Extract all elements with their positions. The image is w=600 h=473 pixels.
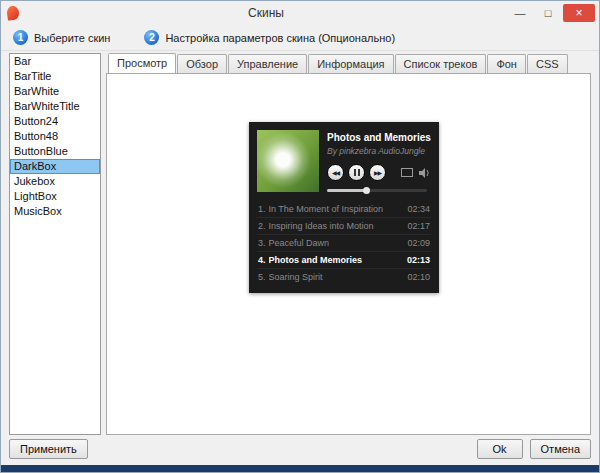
pause-icon (354, 169, 360, 176)
skins-dialog-window: Скины — □ × 1 Выберите скин 2 Настройка … (0, 0, 600, 473)
track-number: 3. (258, 238, 266, 248)
step-2-icon: 2 (144, 30, 159, 45)
track-duration: 02:13 (407, 255, 430, 265)
tab-tracklist[interactable]: Список треков (395, 54, 487, 74)
skin-item-button24[interactable]: Button24 (10, 114, 100, 129)
dialog-buttons: Ok Отмена (477, 439, 591, 459)
next-icon: ▶▶ (374, 169, 381, 176)
preview-panel: Photos and Memories By pinkzebra AudioJu… (106, 73, 591, 435)
skin-listbox: Bar BarTitle BarWhite BarWhiteTitle Butt… (9, 53, 101, 435)
tab-strip: Просмотр Обзор Управление Информация Спи… (106, 53, 591, 73)
tab-background[interactable]: Фон (487, 54, 526, 74)
volume-icon[interactable] (419, 168, 431, 178)
fullscreen-icon[interactable] (401, 168, 413, 177)
secondary-controls (401, 168, 431, 178)
steps-row: 1 Выберите скин 2 Настройка параметров с… (1, 25, 599, 51)
minimize-button[interactable]: — (507, 4, 533, 22)
player-right-column: Photos and Memories By pinkzebra AudioJu… (327, 130, 431, 192)
track-duration: 02:17 (407, 221, 430, 231)
skin-item-barwhite[interactable]: BarWhite (10, 84, 100, 99)
track-duration: 02:09 (407, 238, 430, 248)
step-2-label: Настройка параметров скина (Опционально) (165, 32, 395, 44)
window-title: Скины (25, 6, 507, 20)
skin-item-bartitle[interactable]: BarTitle (10, 69, 100, 84)
tab-information[interactable]: Информация (308, 54, 393, 74)
cancel-button[interactable]: Отмена (530, 439, 591, 459)
ok-button[interactable]: Ok (477, 439, 523, 459)
skin-item-lightbox[interactable]: LightBox (10, 189, 100, 204)
skin-item-jukebox[interactable]: Jukebox (10, 174, 100, 189)
step-configure-skin: 2 Настройка параметров скина (Опциональн… (144, 30, 395, 45)
next-button[interactable]: ▶▶ (369, 164, 386, 181)
track-duration: 02:10 (407, 272, 430, 282)
tab-area: Просмотр Обзор Управление Информация Спи… (106, 53, 591, 435)
step-1-label: Выберите скин (34, 32, 110, 44)
track-duration: 02:34 (407, 204, 430, 214)
transport-buttons: ◀◀ ▶▶ (327, 164, 386, 181)
progress-bar[interactable] (327, 189, 427, 192)
progress-handle[interactable] (363, 187, 370, 194)
track-row[interactable]: 2. Inspiring Ideas into Motion 02:17 (257, 217, 431, 234)
track-name: Photos and Memories (269, 255, 401, 265)
tab-controls[interactable]: Управление (228, 54, 307, 74)
track-row-current[interactable]: 4. Photos and Memories 02:13 (257, 251, 431, 268)
step-1-icon: 1 (13, 30, 28, 45)
player-widget-preview: Photos and Memories By pinkzebra AudioJu… (249, 122, 439, 293)
titlebar: Скины — □ × (1, 1, 599, 25)
track-row[interactable]: 5. Soaring Spirit 02:10 (257, 268, 431, 285)
track-row[interactable]: 3. Peaceful Dawn 02:09 (257, 234, 431, 251)
previous-icon: ◀◀ (332, 169, 339, 176)
skin-item-button48[interactable]: Button48 (10, 129, 100, 144)
track-name: Soaring Spirit (269, 272, 402, 282)
skin-item-darkbox-selected[interactable]: DarkBox (10, 159, 100, 174)
track-number: 1. (258, 204, 266, 214)
player-header: Photos and Memories By pinkzebra AudioJu… (257, 130, 431, 192)
close-button[interactable]: × (563, 4, 595, 22)
track-name: Inspiring Ideas into Motion (269, 221, 402, 231)
tab-overview[interactable]: Обзор (177, 54, 227, 74)
track-name: In The Moment of Inspiration (269, 204, 402, 214)
album-art-dandelion (257, 130, 319, 192)
bottom-taskbar-strip (1, 465, 599, 472)
skin-item-musicbox[interactable]: MusicBox (10, 204, 100, 219)
main-area: Bar BarTitle BarWhite BarWhiteTitle Butt… (1, 51, 599, 435)
track-name: Peaceful Dawn (269, 238, 402, 248)
pause-button[interactable] (348, 164, 365, 181)
skin-item-barwhitetitle[interactable]: BarWhiteTitle (10, 99, 100, 114)
skin-item-bar[interactable]: Bar (10, 54, 100, 69)
player-controls: ◀◀ ▶▶ (327, 164, 431, 181)
track-number: 2. (258, 221, 266, 231)
apply-button[interactable]: Применить (9, 439, 88, 459)
footer: Применить Ok Отмена (9, 439, 591, 459)
track-number: 5. (258, 272, 266, 282)
app-icon (6, 5, 20, 21)
track-number: 4. (258, 255, 266, 265)
previous-button[interactable]: ◀◀ (327, 164, 344, 181)
window-controls: — □ × (507, 4, 595, 22)
progress-fill (327, 189, 365, 192)
track-title: Photos and Memories (327, 132, 431, 143)
track-list: 1. In The Moment of Inspiration 02:34 2.… (257, 201, 431, 285)
tab-preview[interactable]: Просмотр (108, 53, 176, 73)
track-row[interactable]: 1. In The Moment of Inspiration 02:34 (257, 201, 431, 217)
step-choose-skin: 1 Выберите скин (13, 30, 110, 45)
track-author: By pinkzebra AudioJungle (327, 146, 431, 156)
tab-css[interactable]: CSS (527, 54, 568, 74)
maximize-button[interactable]: □ (535, 4, 561, 22)
skin-item-buttonblue[interactable]: ButtonBlue (10, 144, 100, 159)
